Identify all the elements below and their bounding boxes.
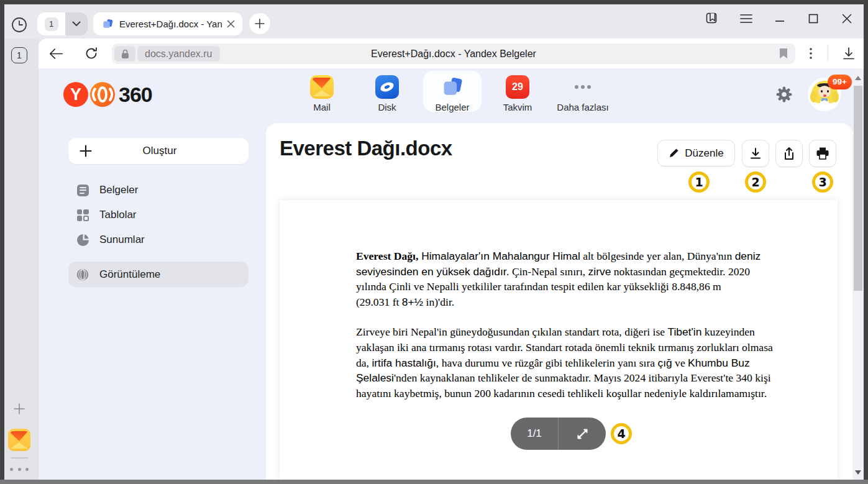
more-apps-icon xyxy=(571,75,595,99)
tab-title: Everest+Dağı.docx - Yan xyxy=(119,19,227,29)
download-icon xyxy=(749,147,762,160)
page-indicator: 1/1 xyxy=(511,427,558,440)
tables-grid-icon xyxy=(76,208,89,222)
tab-close-icon[interactable] xyxy=(227,20,235,28)
rail-more-icon[interactable] xyxy=(10,468,29,471)
fullscreen-expand-icon[interactable] xyxy=(559,427,606,441)
reload-icon[interactable] xyxy=(81,46,101,61)
documents-icon xyxy=(76,183,89,197)
document-title: Everest Dağı.docx xyxy=(280,137,452,160)
rail-divider xyxy=(11,457,28,459)
annotation-1: 1 xyxy=(688,171,710,193)
tab-group-pill[interactable]: 1 xyxy=(37,12,88,35)
tab-group-badge: 1 xyxy=(45,17,58,31)
yandex-y-icon: Y xyxy=(63,82,88,107)
tab-group-expand[interactable] xyxy=(65,12,88,35)
browser-left-rail: 1 xyxy=(4,39,39,480)
page-content: Y 360 Mail Disk Belgeler 29 Takvim Daha … xyxy=(39,68,852,480)
toolbar-divider xyxy=(828,45,828,62)
app-more[interactable]: Daha fazlası xyxy=(550,75,615,112)
toolbar-menu-icon[interactable] xyxy=(801,46,821,61)
plus-icon xyxy=(255,19,265,29)
new-tab-button[interactable] xyxy=(249,13,270,34)
sidebar-item-sunumlar[interactable]: Sunumlar xyxy=(68,227,249,252)
back-icon[interactable] xyxy=(46,46,66,61)
app-disk[interactable]: Disk xyxy=(355,75,419,112)
browser-toolbar: docs.yandex.ru Everest+Dağı.docx - Yande… xyxy=(39,39,864,68)
app-mail[interactable]: Mail xyxy=(290,75,354,112)
browser-scrollbar[interactable] xyxy=(852,68,864,480)
disk-app-icon xyxy=(375,75,399,99)
scroll-down-arrow[interactable] xyxy=(855,470,861,475)
mail-app-icon xyxy=(310,75,334,99)
bookmark-icon[interactable] xyxy=(779,48,788,59)
annotation-4: 4 xyxy=(611,423,632,444)
sidebar-item-belgeler[interactable]: Belgeler xyxy=(68,178,249,203)
yandex-360-logo[interactable]: Y 360 xyxy=(63,82,152,107)
history-clock-icon[interactable] xyxy=(11,17,27,33)
browser-tab-strip: 1 Everest+Dağı.docx - Yan xyxy=(4,4,864,39)
yandex-docs-icon xyxy=(102,18,114,30)
scroll-up-arrow[interactable] xyxy=(855,76,861,80)
chevron-down-icon xyxy=(72,21,81,27)
maximize-icon[interactable] xyxy=(804,9,823,28)
globe-icon xyxy=(76,268,89,281)
360-ring-icon xyxy=(90,82,115,107)
print-button[interactable] xyxy=(809,140,836,167)
presentations-pie-icon xyxy=(76,233,89,247)
docs-app-icon xyxy=(441,75,464,99)
printer-icon xyxy=(816,147,829,160)
plus-icon xyxy=(80,145,92,157)
calendar-app-icon: 29 xyxy=(506,75,529,99)
settings-gear-icon[interactable] xyxy=(775,85,793,104)
annotation-2: 2 xyxy=(745,171,766,193)
edit-button[interactable]: Düzenle xyxy=(657,140,735,167)
address-page-title: Everest+Dağı.docx - Yandex Belgeler xyxy=(112,43,795,64)
active-tab[interactable]: Everest+Dağı.docx - Yan xyxy=(93,12,242,35)
close-icon[interactable] xyxy=(838,9,856,28)
share-icon xyxy=(783,147,795,160)
app-belgeler[interactable]: Belgeler xyxy=(420,75,485,112)
window-bottom-edge xyxy=(0,480,868,484)
tab-group-count[interactable]: 1 xyxy=(37,12,65,35)
menu-icon[interactable] xyxy=(737,9,756,28)
annotation-3: 3 xyxy=(812,171,833,193)
logo-360-text: 360 xyxy=(119,83,152,107)
minimize-icon[interactable] xyxy=(770,9,789,28)
sidebar-item-goruntuleme[interactable]: Görüntüleme xyxy=(68,262,249,287)
yandex-mail-icon[interactable] xyxy=(8,429,30,451)
rail-tab-count-badge[interactable]: 1 xyxy=(11,47,27,63)
address-bar[interactable]: docs.yandex.ru Everest+Dağı.docx - Yande… xyxy=(112,43,795,64)
share-button[interactable] xyxy=(775,140,803,167)
document-card: Everest Dağı.docx Düzenle 1 2 3 Everest … xyxy=(266,123,852,480)
bookmarks-panel-icon[interactable] xyxy=(703,9,721,28)
page-indicator-pill[interactable]: 1/1 xyxy=(511,418,606,450)
download-button[interactable] xyxy=(742,140,769,167)
notification-badge: 99+ xyxy=(828,75,852,89)
app-takvim[interactable]: 29 Takvim xyxy=(485,75,550,112)
create-button[interactable]: Oluştur xyxy=(68,138,249,164)
document-text: Everest Dağı, Himalayalar'ın Mahalangur … xyxy=(356,249,779,416)
sidebar-item-tablolar[interactable]: Tablolar xyxy=(68,203,249,227)
pencil-icon xyxy=(669,148,679,158)
rail-add-icon[interactable] xyxy=(13,403,25,415)
scrollbar-thumb[interactable] xyxy=(854,86,862,291)
downloads-icon[interactable] xyxy=(839,46,859,61)
